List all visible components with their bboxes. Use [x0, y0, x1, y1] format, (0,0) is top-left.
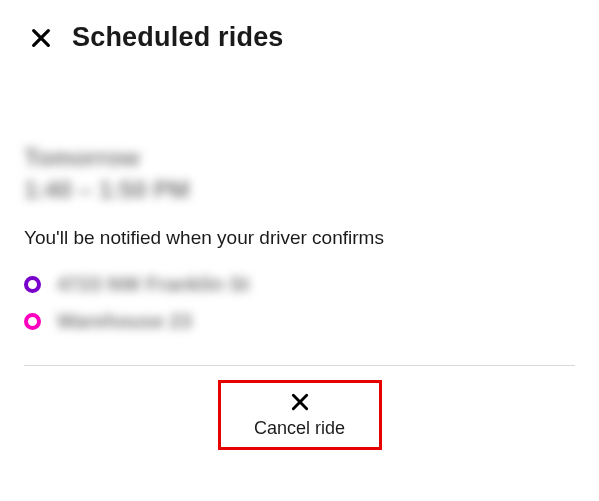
- close-icon[interactable]: [30, 27, 52, 49]
- pickup-marker-icon: [24, 276, 41, 293]
- dropoff-address: Warehouse 23: [57, 310, 192, 333]
- ride-stops: 4723 NW Franklin St Warehouse 23: [24, 273, 575, 333]
- pickup-address: 4723 NW Franklin St: [57, 273, 249, 296]
- cancel-ride-button[interactable]: Cancel ride: [218, 380, 382, 450]
- dropoff-marker-icon: [24, 313, 41, 330]
- cancel-ride-region: Cancel ride: [0, 366, 599, 450]
- close-icon: [290, 392, 310, 412]
- header: Scheduled rides: [0, 0, 599, 53]
- ride-note: You'll be notified when your driver conf…: [24, 227, 575, 249]
- ride-details: Tomorrow 1:40 – 1:50 PM You'll be notifi…: [0, 53, 599, 333]
- ride-time: 1:40 – 1:50 PM: [24, 175, 575, 205]
- dropoff-stop: Warehouse 23: [24, 310, 575, 333]
- page-title: Scheduled rides: [72, 22, 284, 53]
- pickup-stop: 4723 NW Franklin St: [24, 273, 575, 296]
- ride-date: Tomorrow: [24, 143, 575, 173]
- cancel-ride-label: Cancel ride: [254, 418, 345, 439]
